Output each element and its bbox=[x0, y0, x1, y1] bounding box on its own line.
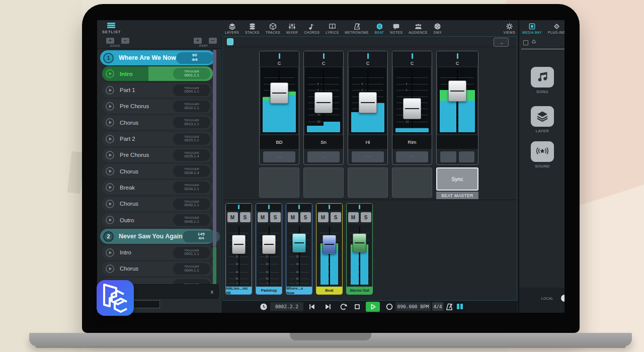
remove-song-button[interactable]: − bbox=[121, 38, 129, 44]
tab-chords[interactable]: CHORDS bbox=[301, 20, 323, 36]
setlist-song-row[interactable]: 1Where Are We Now904/4 bbox=[100, 50, 215, 65]
beat-pad[interactable] bbox=[303, 167, 344, 198]
sound-button[interactable] bbox=[531, 141, 554, 162]
fader-handle[interactable] bbox=[270, 82, 288, 104]
fader-handle[interactable] bbox=[448, 80, 466, 102]
fader-handle[interactable] bbox=[292, 233, 306, 252]
tab-tracks[interactable]: TRACKS bbox=[263, 20, 283, 36]
scrollbar-thumb-lower[interactable] bbox=[213, 246, 216, 287]
setlist-part-row[interactable]: OutroTRIGGER0046.1.1 bbox=[102, 213, 213, 227]
tab-mediabay[interactable]: MEDIA BAY bbox=[519, 20, 545, 36]
setlist-part-row[interactable]: Part 2TRIGGER0019.1.1 bbox=[102, 132, 213, 146]
solo-button[interactable]: S bbox=[240, 212, 251, 222]
play-button[interactable] bbox=[366, 302, 380, 312]
record-button[interactable] bbox=[385, 303, 393, 311]
play-circle-icon[interactable] bbox=[105, 134, 115, 144]
solo-button[interactable]: S bbox=[361, 212, 371, 222]
solo-button[interactable]: S bbox=[270, 212, 281, 222]
tab-beat[interactable]: BEAT bbox=[372, 20, 387, 36]
sync-button[interactable]: Sync bbox=[436, 167, 478, 191]
setlist-part-row[interactable]: IntroTRIGGER0001.1.1 bbox=[102, 66, 213, 81]
add-part-button[interactable]: + bbox=[194, 38, 202, 44]
pattern-button[interactable] bbox=[440, 151, 456, 162]
layer-button[interactable] bbox=[531, 106, 554, 127]
beat-pad[interactable] bbox=[259, 167, 299, 198]
setlist-part-row[interactable]: ChorusTRIGGER0040.1.1 bbox=[102, 197, 213, 211]
filter-checkbox[interactable] bbox=[523, 40, 528, 45]
setlist-part-row[interactable]: ChorusTRIGGER0004.1.1 bbox=[102, 261, 213, 276]
pattern-row: ···· bbox=[348, 149, 387, 164]
skip-to-start-button[interactable] bbox=[308, 303, 316, 311]
setlist-part-row[interactable]: ChorusTRIGGER0028.1.4 bbox=[102, 164, 213, 179]
add-song-button[interactable]: + bbox=[106, 38, 114, 44]
play-circle-icon[interactable] bbox=[105, 150, 115, 160]
tab-lyrics[interactable]: LYRICS bbox=[323, 20, 342, 36]
channel-key-label: C bbox=[304, 61, 343, 66]
tab-dmx[interactable]: DMX bbox=[431, 20, 445, 36]
tab-layers[interactable]: LAYERS bbox=[222, 20, 242, 36]
active-tick bbox=[268, 205, 270, 209]
beat-enable-button[interactable] bbox=[227, 38, 233, 45]
mute-button[interactable]: M bbox=[288, 212, 298, 222]
setlist-song-row[interactable]: 2Never Saw You Again1454/4 bbox=[100, 229, 215, 244]
tab-views[interactable]: VIEWS bbox=[501, 20, 518, 36]
tab-plugins[interactable]: PLUG-INS bbox=[545, 20, 565, 36]
pattern-button[interactable] bbox=[459, 151, 475, 162]
play-circle-icon[interactable] bbox=[105, 199, 115, 209]
tab-stacks[interactable]: STACKS bbox=[242, 20, 263, 36]
meter-toggle-button[interactable] bbox=[455, 302, 464, 311]
tab-metronome[interactable]: METRONOME bbox=[342, 20, 371, 36]
setlist-menu-icon[interactable] bbox=[107, 23, 115, 28]
fader-handle[interactable] bbox=[232, 235, 246, 254]
pattern-button[interactable]: ·.. bbox=[263, 151, 295, 162]
mute-button[interactable]: M bbox=[227, 212, 238, 222]
play-circle-icon[interactable] bbox=[105, 118, 115, 127]
beat-pad[interactable] bbox=[392, 167, 432, 198]
play-circle-icon[interactable] bbox=[105, 183, 115, 192]
solo-button[interactable]: S bbox=[331, 212, 341, 222]
arrow-right-icon[interactable]: → bbox=[494, 38, 509, 47]
play-circle-icon[interactable] bbox=[105, 215, 115, 225]
stop-button[interactable] bbox=[353, 303, 361, 311]
tab-notes[interactable]: NOTES bbox=[387, 20, 406, 36]
play-circle-icon[interactable] bbox=[105, 166, 115, 176]
mute-button[interactable]: M bbox=[318, 212, 329, 222]
fader-handle[interactable] bbox=[262, 235, 276, 254]
skip-to-end-button[interactable] bbox=[324, 303, 332, 311]
play-circle-icon[interactable] bbox=[105, 85, 115, 95]
pattern-button[interactable]: ·. bbox=[307, 151, 340, 162]
bpm-display[interactable]: 090.000 BPM bbox=[395, 302, 431, 311]
mute-button[interactable]: M bbox=[258, 212, 268, 222]
fader-handle[interactable] bbox=[314, 92, 333, 113]
close-icon[interactable]: x bbox=[211, 289, 214, 295]
setlist-part-row[interactable]: BreakTRIGGER0034.1.1 bbox=[102, 180, 213, 195]
mute-button[interactable]: M bbox=[348, 212, 359, 222]
metronome-toggle-button[interactable] bbox=[445, 303, 453, 311]
play-circle-icon[interactable] bbox=[105, 248, 115, 257]
tab-mixer[interactable]: MIXER bbox=[283, 20, 301, 36]
pattern-button[interactable]: ···· bbox=[352, 151, 384, 162]
fader-handle[interactable] bbox=[359, 92, 377, 113]
pattern-button[interactable]: ·· bbox=[396, 151, 428, 162]
time-display[interactable]: 0002.2.2 bbox=[270, 302, 303, 311]
scrollbar-thumb-upper[interactable] bbox=[213, 50, 216, 246]
play-circle-icon[interactable] bbox=[105, 264, 115, 274]
beat-pad[interactable] bbox=[348, 167, 388, 198]
play-circle-icon[interactable] bbox=[105, 69, 115, 78]
setlist-part-row[interactable]: Part 1TRIGGER0004.1.1 bbox=[102, 83, 213, 98]
song-button[interactable] bbox=[531, 67, 554, 87]
time-signature-display[interactable]: 4/4 bbox=[432, 302, 443, 311]
setlist-part-row[interactable]: IntroTRIGGER0001.1.1 bbox=[102, 245, 213, 260]
play-circle-icon[interactable] bbox=[105, 102, 115, 111]
tab-audience[interactable]: AUDIENCE bbox=[406, 20, 431, 36]
setlist-part-row[interactable]: Pre ChorusTRIGGER0010.1.1 bbox=[102, 99, 213, 114]
cycle-button[interactable] bbox=[339, 303, 347, 311]
setlist-part-row[interactable]: Pre ChorusTRIGGER0025.1.4 bbox=[102, 148, 213, 162]
fader-handle[interactable] bbox=[323, 235, 336, 254]
fader-handle[interactable] bbox=[403, 98, 421, 119]
home-icon[interactable]: ⌂ bbox=[532, 37, 536, 45]
remove-part-button[interactable]: − bbox=[209, 38, 217, 44]
solo-button[interactable]: S bbox=[300, 212, 311, 222]
fader-handle[interactable] bbox=[353, 233, 366, 252]
setlist-part-row[interactable]: ChorusTRIGGER0013.1.1 bbox=[102, 115, 213, 130]
